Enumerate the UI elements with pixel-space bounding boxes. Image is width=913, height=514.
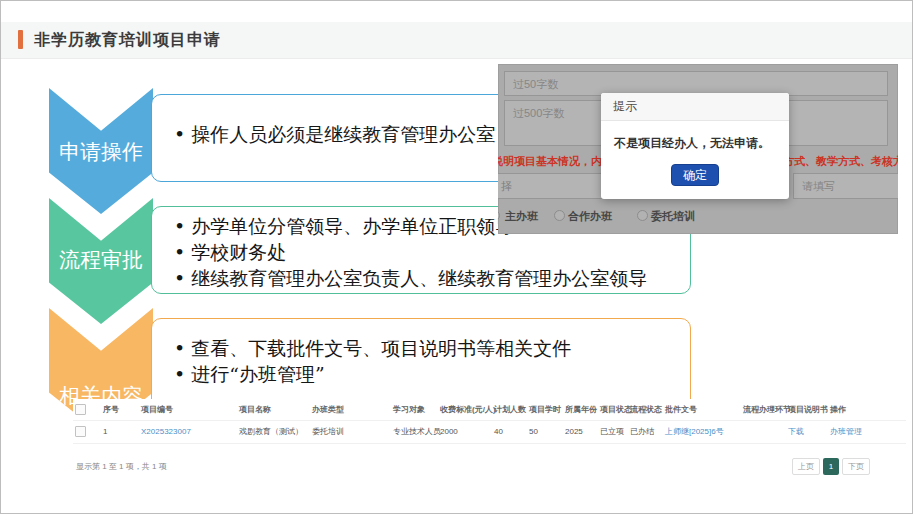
table-row: 1 X2025323007 戏剧教育（测试） 委托培训 专业技术人员 2000 … <box>73 420 906 443</box>
col-header-spec: 项目说明书 <box>786 399 828 420</box>
table-summary: 显示第 1 至 1 项，共 1 项 <box>76 461 167 472</box>
bullet-item: 继续教育管理办公室负责人、继续教育管理办公室领导 <box>174 265 690 291</box>
select-field-text: 择 <box>498 174 603 194</box>
col-header-project-no: 项目编号 <box>139 399 237 420</box>
col-header-flow-status: 流程状态 <box>628 399 663 420</box>
slide: 非学历教育培训项目申请 申请操作 流程审批 相关内容 操作人员必须是继续教育管理… <box>0 0 913 514</box>
cell-seq: 1 <box>101 420 139 443</box>
col-header-year: 所属年份 <box>563 399 598 420</box>
cell-class-type: 委托培训 <box>310 420 391 443</box>
current-page-button[interactable]: 1 <box>823 458 839 475</box>
col-header-class-type: 办班类型 <box>310 399 391 420</box>
col-header-name: 项目名称 <box>237 399 310 420</box>
bullet-item: 学校财务处 <box>174 239 690 265</box>
col-header-project-status: 项目状态 <box>598 399 628 420</box>
cell-flow-status: 已办结 <box>628 420 663 443</box>
radio-icon[interactable] <box>637 210 648 221</box>
radio-option-entrust[interactable]: 委托培训 <box>651 209 695 224</box>
approval-no-link[interactable]: 上师继[2025]6号 <box>663 420 741 443</box>
col-header-actions: 操作 <box>828 399 906 420</box>
col-header-audience: 学习对象 <box>391 399 438 420</box>
class-type-radio-group: 主办班 合作办班 委托培训 <box>498 207 898 227</box>
col-header-hours: 项目学时 <box>527 399 563 420</box>
cell-name: 戏剧教育（测试） <box>237 420 310 443</box>
bullet-item: 查看、下载批件文号、项目说明书等相关文件 <box>174 335 690 361</box>
select-all-checkbox[interactable] <box>75 404 86 415</box>
spec-download-link[interactable]: 下载 <box>786 420 828 443</box>
page-title: 非学历教育培训项目申请 <box>34 22 221 58</box>
form-red-hint-right: 方式、教学方式、考核方 <box>783 154 898 169</box>
col-header-seq: 序号 <box>101 399 139 420</box>
radio-icon[interactable] <box>498 210 500 221</box>
cell-audience: 专业技术人员 <box>391 420 438 443</box>
table-header-row: 序号 项目编号 项目名称 办班类型 学习对象 收费标准(元/人) 计划人数 项目… <box>73 399 906 420</box>
step-label-apply: 申请操作 <box>49 138 153 166</box>
bullet-item: 进行“办班管理” <box>174 361 690 387</box>
next-page-button[interactable]: 下页 <box>842 458 870 475</box>
pagination: 上页 1 下页 <box>792 458 870 475</box>
cell-fee: 2000 <box>438 420 492 443</box>
table-footer: 显示第 1 至 1 项，共 1 项 上页 1 下页 <box>76 458 898 475</box>
col-header-planned: 计划人数 <box>492 399 527 420</box>
col-header-fee: 收费标准(元/人) <box>438 399 492 420</box>
prev-page-button[interactable]: 上页 <box>792 458 820 475</box>
class-manage-link[interactable]: 办班管理 <box>828 420 906 443</box>
select-field[interactable]: 择 <box>498 173 604 199</box>
confirm-button[interactable]: 确定 <box>671 164 719 186</box>
row-checkbox[interactable] <box>75 426 86 437</box>
project-no-link[interactable]: X2025323007 <box>139 420 237 443</box>
form-red-hint-left: 说明项目基本情况，内容 <box>498 154 613 169</box>
alert-dialog: 提示 不是项目经办人，无法申请。 确定 <box>601 93 789 199</box>
project-table-panel: 序号 项目编号 项目名称 办班类型 学习对象 收费标准(元/人) 计划人数 项目… <box>73 399 906 483</box>
step-detail-box-related: 查看、下载批件文号、项目说明书等相关文件 进行“办班管理” <box>151 318 691 411</box>
title-bar: 非学历教育培训项目申请 <box>1 22 912 59</box>
cell-year: 2025 <box>563 420 598 443</box>
step-chevron-approval: 流程审批 <box>49 198 153 324</box>
title-accent-bar <box>18 30 23 49</box>
cell-flow-step <box>741 420 786 443</box>
step-label-approval: 流程审批 <box>49 246 153 274</box>
fill-input[interactable]: 请填写 <box>793 173 898 199</box>
step-chevron-apply: 申请操作 <box>49 88 153 214</box>
radio-option-self[interactable]: 主办班 <box>505 209 538 224</box>
dialog-message: 不是项目经办人，无法申请。 <box>614 135 770 152</box>
project-table: 序号 项目编号 项目名称 办班类型 学习对象 收费标准(元/人) 计划人数 项目… <box>73 399 906 444</box>
fill-input-placeholder: 请填写 <box>794 174 898 194</box>
cell-planned: 40 <box>492 420 527 443</box>
col-header-flow-step: 流程办理环节 <box>741 399 786 420</box>
short-text-placeholder: 过50字数 <box>505 72 887 92</box>
radio-icon[interactable] <box>554 210 565 221</box>
dialog-title: 提示 <box>601 93 789 121</box>
cell-hours: 50 <box>527 420 563 443</box>
cell-project-status: 已立项 <box>598 420 628 443</box>
radio-option-coop[interactable]: 合作办班 <box>568 209 612 224</box>
col-header-approval-no: 批件文号 <box>663 399 741 420</box>
